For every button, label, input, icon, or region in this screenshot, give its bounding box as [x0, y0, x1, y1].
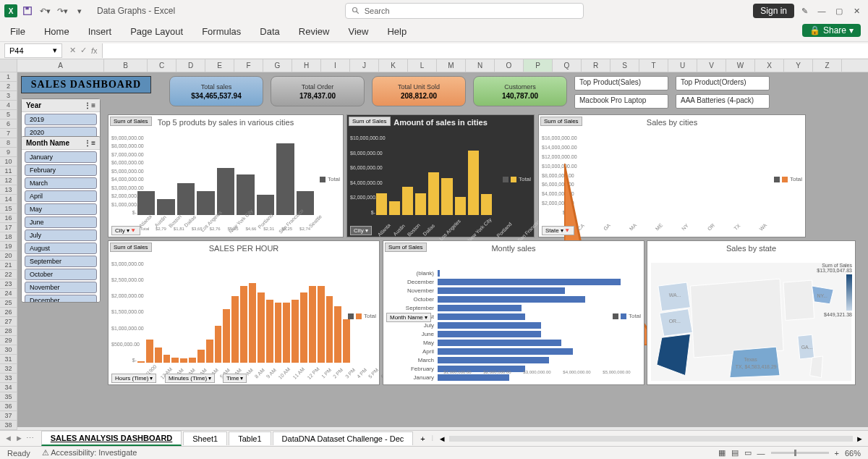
- redo-icon[interactable]: ↷▾: [55, 4, 69, 18]
- minimize-icon[interactable]: —: [814, 4, 829, 18]
- save-icon[interactable]: [20, 4, 35, 18]
- column-header[interactable]: Z: [813, 59, 842, 72]
- row-header[interactable]: 9: [0, 148, 17, 157]
- slicer-item[interactable]: April: [25, 190, 97, 202]
- row-header[interactable]: 8: [0, 138, 17, 148]
- formula-input[interactable]: [102, 43, 868, 58]
- row-header[interactable]: 24: [0, 289, 17, 298]
- city-filter-dropdown[interactable]: City ▾🔻: [111, 226, 140, 235]
- row-header[interactable]: 20: [0, 251, 17, 261]
- column-header[interactable]: E: [205, 59, 234, 72]
- column-header[interactable]: B: [104, 59, 148, 72]
- slicer-item[interactable]: August: [25, 243, 97, 254]
- tab-insert[interactable]: Insert: [88, 26, 112, 37]
- row-header[interactable]: 37: [0, 411, 17, 421]
- name-box[interactable]: P44▾: [4, 43, 62, 58]
- row-header[interactable]: 21: [0, 261, 17, 270]
- view-normal-icon[interactable]: ▦: [718, 448, 726, 458]
- tab-help[interactable]: Help: [387, 26, 407, 37]
- column-header[interactable]: Y: [784, 59, 813, 72]
- slicer-item[interactable]: June: [25, 216, 97, 228]
- search-box[interactable]: Search: [345, 3, 584, 19]
- slicer-item[interactable]: 2019: [25, 114, 97, 125]
- column-header[interactable]: G: [263, 59, 292, 72]
- chart-monthly-sales[interactable]: Sum of Sales Montly sales (blank)Decembe…: [383, 240, 644, 385]
- sheet-tab[interactable]: SALES ANALYSIS DASHBOARD: [41, 431, 182, 446]
- signin-button[interactable]: Sign in: [753, 4, 794, 18]
- row-header[interactable]: 18: [0, 232, 17, 242]
- scroll-right-icon[interactable]: ►: [856, 434, 864, 443]
- row-header[interactable]: 12: [0, 176, 17, 185]
- city-filter-dropdown[interactable]: City ▾: [350, 226, 372, 235]
- column-header[interactable]: R: [582, 59, 610, 72]
- column-header[interactable]: H: [292, 59, 321, 72]
- column-header[interactable]: L: [408, 59, 437, 72]
- sheet-nav-more-icon[interactable]: ⋯: [26, 434, 34, 443]
- minutes-filter-dropdown[interactable]: Minutes (Time) ▾: [165, 374, 215, 383]
- slicer-item[interactable]: January: [25, 151, 97, 163]
- tab-formulas[interactable]: Formulas: [202, 26, 241, 37]
- row-header[interactable]: 17: [0, 223, 17, 232]
- scroll-left-icon[interactable]: ◄: [438, 434, 446, 443]
- row-header[interactable]: 33: [0, 374, 17, 383]
- tab-file[interactable]: File: [10, 26, 25, 37]
- column-header[interactable]: J: [350, 59, 379, 72]
- column-header[interactable]: F: [234, 59, 263, 72]
- chart-amount-cities[interactable]: Sum of Sales Amount of sales in cities $…: [346, 114, 535, 237]
- slicer-item[interactable]: September: [25, 256, 97, 267]
- slicer-item[interactable]: February: [25, 164, 97, 176]
- column-header[interactable]: M: [437, 59, 466, 72]
- row-header[interactable]: 15: [0, 204, 17, 214]
- row-header[interactable]: 35: [0, 392, 17, 402]
- tab-page-layout[interactable]: Page Layout: [130, 26, 183, 37]
- worksheet-grid[interactable]: 1234567891011121314151617181920212223242…: [0, 72, 868, 427]
- row-header[interactable]: 1: [0, 72, 17, 82]
- row-header[interactable]: 29: [0, 336, 17, 345]
- share-button[interactable]: 🔒 Share ▾: [802, 24, 861, 37]
- row-header[interactable]: 28: [0, 327, 17, 336]
- row-header[interactable]: 4: [0, 101, 17, 110]
- row-header[interactable]: 14: [0, 195, 17, 204]
- row-header[interactable]: 31: [0, 355, 17, 364]
- slicer-item[interactable]: March: [25, 177, 97, 189]
- hours-filter-dropdown[interactable]: Hours (Time) ▾: [111, 374, 156, 383]
- fx-icon[interactable]: fx: [91, 46, 98, 55]
- accessibility-status[interactable]: ⚠ Accessibility: Investigate: [42, 448, 137, 458]
- row-header[interactable]: 16: [0, 214, 17, 223]
- sheet-nav-prev-icon[interactable]: ◄: [4, 434, 12, 443]
- row-header[interactable]: 10: [0, 157, 17, 167]
- row-header[interactable]: 25: [0, 298, 17, 308]
- sheet-tab[interactable]: Table1: [229, 431, 271, 445]
- column-header[interactable]: X: [755, 59, 784, 72]
- horizontal-scrollbar[interactable]: [449, 436, 853, 442]
- zoom-slider[interactable]: [771, 452, 829, 454]
- chart-top5-products[interactable]: Sum of Sales Top 5 produts by sales in v…: [108, 114, 344, 237]
- view-page-icon[interactable]: ▤: [731, 448, 739, 458]
- column-header[interactable]: W: [726, 59, 755, 72]
- maximize-icon[interactable]: ▢: [832, 4, 846, 18]
- sheet-tab[interactable]: Sheet1: [183, 431, 227, 445]
- row-header[interactable]: 27: [0, 317, 17, 327]
- column-header[interactable]: N: [466, 59, 495, 72]
- chart-sales-by-state[interactable]: Sales by state WA... OR... Texas TX, $4,…: [647, 240, 856, 385]
- zoom-level[interactable]: 66%: [845, 449, 861, 458]
- row-header[interactable]: 7: [0, 129, 17, 138]
- row-header[interactable]: 22: [0, 270, 17, 279]
- slicer-item[interactable]: November: [25, 282, 97, 293]
- chart-sales-per-hour[interactable]: Sum of Sales SALES PER HOUR $3,000,000.0…: [108, 240, 380, 385]
- sheet-tab[interactable]: DataDNA Dataset Challenge - Dec: [273, 431, 414, 445]
- row-header[interactable]: 3: [0, 91, 17, 101]
- row-header[interactable]: 36: [0, 402, 17, 411]
- zoom-in-icon[interactable]: +: [835, 449, 839, 458]
- slicer-filter-icon[interactable]: ⋮≡: [84, 139, 95, 147]
- row-header[interactable]: 23: [0, 279, 17, 289]
- column-header[interactable]: Q: [553, 59, 582, 72]
- slicer-item[interactable]: December: [25, 295, 97, 303]
- row-header[interactable]: 30: [0, 345, 17, 355]
- column-header[interactable]: P: [524, 59, 553, 72]
- row-header[interactable]: 32: [0, 364, 17, 374]
- undo-icon[interactable]: ↶▾: [38, 4, 52, 18]
- row-header[interactable]: 2: [0, 82, 17, 91]
- view-break-icon[interactable]: ▭: [744, 448, 752, 458]
- row-header[interactable]: 5: [0, 110, 17, 119]
